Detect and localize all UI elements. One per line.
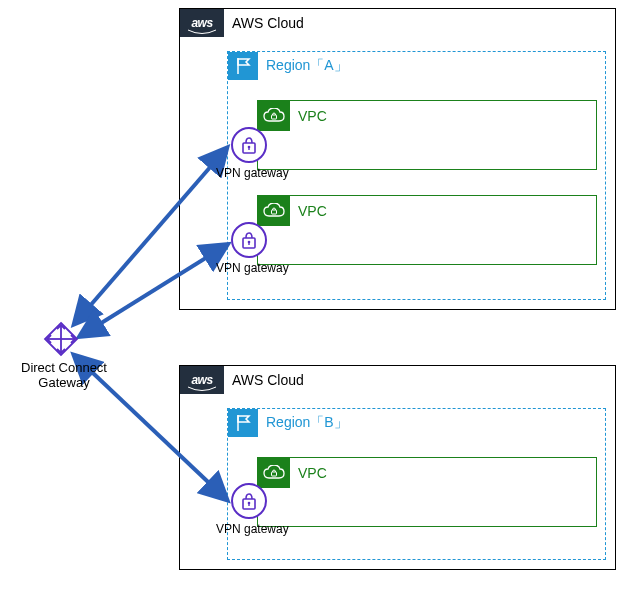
region-header-b: Region「B」 — [228, 409, 605, 437]
vpn-gateway-icon-1 — [231, 127, 267, 163]
region-title-b: Region「B」 — [266, 414, 348, 432]
svg-rect-4 — [272, 210, 277, 214]
aws-cloud-title: AWS Cloud — [232, 372, 304, 388]
direct-connect-gateway-icon — [42, 320, 80, 358]
vpn-gateway-icon-3 — [231, 483, 267, 519]
region-flag-icon — [228, 52, 258, 80]
aws-logo-icon: aws — [180, 366, 224, 394]
architecture-diagram: Direct Connect Gateway aws AWS Cloud Reg… — [0, 0, 630, 600]
vpc-cloud-icon — [258, 196, 290, 226]
aws-cloud-header-1: aws AWS Cloud — [180, 9, 615, 37]
region-flag-icon — [228, 409, 258, 437]
vpc-box-3: VPC — [257, 457, 597, 527]
region-box-b: Region「B」 VPC — [227, 408, 606, 560]
vpc-title-3: VPC — [298, 465, 327, 481]
vpn-gateway-label-1: VPN gateway — [216, 166, 289, 180]
aws-logo-icon: aws — [180, 9, 224, 37]
vpc-title-1: VPC — [298, 108, 327, 124]
vpc-box-2: VPC — [257, 195, 597, 265]
vpc-title-2: VPC — [298, 203, 327, 219]
vpc-header-2: VPC — [258, 196, 596, 226]
aws-cloud-title: AWS Cloud — [232, 15, 304, 31]
vpc-header-3: VPC — [258, 458, 596, 488]
svg-rect-12 — [272, 472, 277, 476]
aws-cloud-box-2: aws AWS Cloud Region「B」 — [179, 365, 616, 570]
vpc-cloud-icon — [258, 458, 290, 488]
vpn-gateway-icon-2 — [231, 222, 267, 258]
vpn-gateway-label-3: VPN gateway — [216, 522, 289, 536]
vpc-cloud-icon — [258, 101, 290, 131]
vpn-gateway-label-2: VPN gateway — [216, 261, 289, 275]
vpc-header-1: VPC — [258, 101, 596, 131]
aws-cloud-header-2: aws AWS Cloud — [180, 366, 615, 394]
direct-connect-gateway-label: Direct Connect Gateway — [16, 360, 112, 390]
region-title-a: Region「A」 — [266, 57, 348, 75]
region-header-a: Region「A」 — [228, 52, 605, 80]
svg-rect-3 — [272, 115, 277, 119]
vpc-box-1: VPC — [257, 100, 597, 170]
